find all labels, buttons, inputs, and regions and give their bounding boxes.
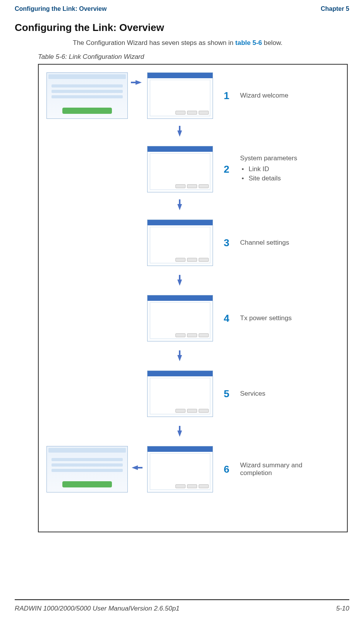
running-head: Configuring the Link: Overview [15, 5, 106, 12]
arrow-down-icon [177, 130, 182, 137]
step-number: 2 [221, 163, 232, 175]
step-number: 6 [221, 463, 232, 475]
arrow-down-icon [177, 204, 182, 210]
footer-page-number: 5-10 [336, 605, 349, 612]
step-label: Wizard welcome [240, 92, 288, 99]
step-label: Services [240, 390, 265, 398]
arrow-down-icon [177, 431, 182, 437]
intro-paragraph: The Configuration Wizard has seven steps… [73, 39, 349, 47]
step-number: 5 [221, 388, 232, 400]
step-label: Channel settings [240, 239, 289, 247]
chapter-head: Chapter 5 [321, 5, 349, 12]
arrow-left-icon [132, 465, 138, 470]
wizard-step-thumbnail [147, 371, 213, 417]
step-label: System parameters Link ID Site details [240, 154, 297, 184]
wizard-step-thumbnail [147, 220, 213, 266]
footer-rule [15, 599, 349, 600]
step-number: 1 [221, 90, 232, 102]
wizard-step-thumbnail [147, 146, 213, 192]
step-bullet: Site details [240, 175, 297, 182]
wizard-step-thumbnail [147, 72, 213, 119]
main-app-screenshot [46, 72, 128, 119]
section-title: Configuring the Link: Overview [15, 22, 349, 34]
wizard-step-thumbnail [147, 295, 213, 341]
table-caption: Table 5-6: Link Configuration Wizard [38, 53, 349, 61]
arrow-down-icon [177, 355, 182, 361]
step-label: Tx power settings [240, 314, 292, 322]
intro-post: below. [262, 39, 283, 46]
step-bullet: Link ID [240, 165, 297, 173]
step-number: 3 [221, 237, 232, 249]
main-app-screenshot [46, 446, 128, 492]
step-number: 4 [221, 312, 232, 324]
footer-left: RADWIN 1000/2000/5000 User ManualVersion… [15, 605, 180, 612]
step-label-text: System parameters [240, 154, 297, 162]
table-ref-link[interactable]: table 5-6 [235, 39, 262, 46]
arrow-right-icon [136, 80, 142, 85]
arrow-down-icon [177, 280, 182, 286]
wizard-diagram: 1 Wizard welcome 2 System parameters Lin… [38, 64, 348, 532]
wizard-step-thumbnail [147, 446, 213, 492]
step-label: Wizard summary and completion [240, 461, 325, 477]
intro-pre: The Configuration Wizard has seven steps… [73, 39, 235, 46]
